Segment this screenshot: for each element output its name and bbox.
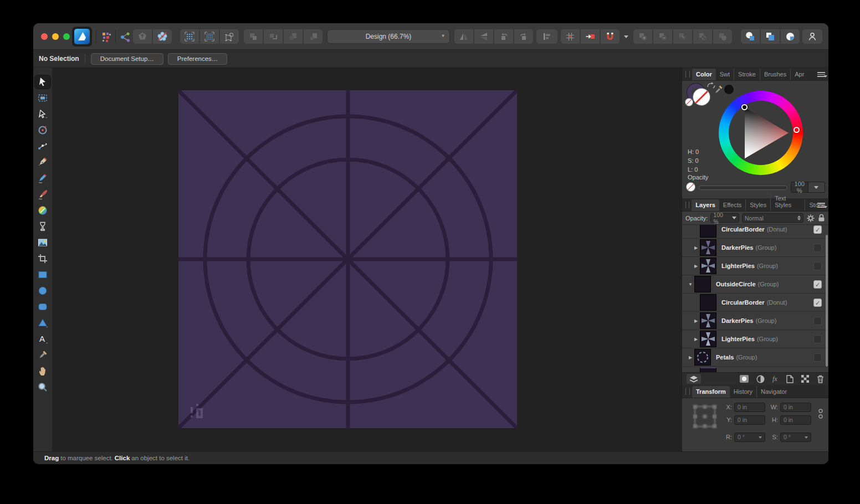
layer-visibility-checkbox[interactable] — [813, 353, 822, 362]
minimize-window-button[interactable] — [52, 33, 59, 40]
snap-grid-button[interactable] — [180, 29, 199, 44]
account-button[interactable] — [802, 29, 822, 44]
shade-selector[interactable] — [741, 104, 748, 110]
ellipse-tool[interactable] — [35, 284, 50, 297]
snapping-magnet-button[interactable] — [601, 29, 620, 44]
tab-appearance[interactable]: Apr — [790, 69, 808, 80]
layer-visibility-checkbox[interactable]: ✓ — [813, 280, 822, 289]
panel-grip[interactable] — [685, 202, 689, 208]
layers-opacity-dropdown[interactable]: 100 % — [710, 213, 739, 223]
tab-text-styles[interactable]: Text Styles — [770, 193, 805, 211]
shear-dropdown[interactable]: 0 ° — [780, 433, 811, 442]
layer-effects-icon[interactable]: fx — [772, 375, 777, 383]
zoom-window-button[interactable] — [63, 33, 70, 40]
color-wheel[interactable] — [719, 91, 803, 175]
canvas-viewport[interactable] — [53, 68, 682, 451]
tab-color[interactable]: Color — [692, 69, 716, 80]
document-setup-button[interactable]: Document Setup… — [91, 53, 163, 65]
none-color-mini-swatch[interactable] — [685, 99, 693, 106]
layer-row[interactable]: CircularBorder (Donut) ✓ — [682, 294, 828, 312]
tab-navigator[interactable]: Navigator — [756, 386, 791, 398]
snap-pixel-grid-button[interactable] — [200, 29, 219, 44]
pen-node-tool[interactable] — [35, 140, 50, 153]
insert-behind-icon[interactable] — [244, 29, 263, 44]
blend-mode-dropdown[interactable]: Normal — [742, 213, 803, 223]
new-pixel-layer-icon[interactable] — [801, 375, 809, 383]
adjustment-layer-icon[interactable] — [756, 375, 765, 383]
color-pixels-icon[interactable] — [99, 30, 114, 44]
w-input[interactable]: 0 in — [780, 403, 811, 412]
expand-arrow[interactable]: ▶ — [692, 337, 700, 342]
tab-swatches[interactable]: Swt — [716, 69, 734, 80]
tab-transform[interactable]: Transform — [692, 386, 730, 398]
pen-tool[interactable] — [35, 156, 50, 169]
color-picker-icon[interactable] — [713, 84, 724, 95]
rotate-cw-button[interactable] — [514, 29, 533, 44]
tab-history[interactable]: History — [730, 386, 756, 398]
pencil-tool[interactable] — [35, 172, 50, 185]
layer-visibility-checkbox[interactable] — [813, 335, 822, 343]
layer-visibility-checkbox[interactable] — [813, 244, 822, 252]
lock-icon[interactable] — [818, 214, 825, 222]
crop-tool[interactable] — [35, 252, 50, 265]
rotation-dropdown[interactable]: 0 ° — [734, 433, 765, 442]
move-tool[interactable] — [35, 75, 50, 89]
view-hand-tool[interactable] — [35, 364, 50, 378]
rectangle-tool[interactable] — [35, 268, 50, 281]
boolean-intersect-button[interactable] — [673, 29, 692, 44]
blend-options-gear-icon[interactable] — [806, 214, 815, 223]
geometry-square-square-button[interactable] — [761, 29, 780, 44]
fill-swatch-none[interactable] — [693, 89, 710, 105]
tab-brushes[interactable]: Brushes — [760, 69, 790, 80]
zoom-tool[interactable] — [35, 380, 50, 394]
symbol-sync-off-button[interactable] — [153, 29, 172, 44]
layers-scrollbar[interactable] — [826, 235, 828, 367]
transform-objects-button[interactable] — [220, 29, 239, 44]
opacity-slider[interactable] — [699, 186, 787, 190]
layer-visibility-checkbox[interactable] — [813, 317, 822, 325]
h-input[interactable]: 0 in — [780, 415, 811, 425]
boolean-subtract-button[interactable] — [653, 29, 672, 44]
layer-row[interactable]: CircularBorder (Donut) ✓ — [682, 225, 828, 239]
y-input[interactable]: 0 in — [734, 415, 765, 425]
layer-row[interactable]: ▶ DarkerPies (Group) — [682, 312, 828, 330]
mask-layer-icon[interactable] — [740, 375, 749, 383]
flip-vertical-button[interactable] — [474, 29, 493, 44]
close-window-button[interactable] — [41, 33, 48, 40]
rounded-rectangle-tool[interactable] — [35, 300, 50, 313]
color-picker-tool[interactable] — [35, 348, 50, 362]
layer-row-partial[interactable] — [682, 367, 828, 372]
color-triangle[interactable] — [729, 101, 793, 165]
boolean-combine-button[interactable] — [713, 29, 732, 44]
preferences-button[interactable]: Preferences… — [168, 53, 228, 65]
insert-inside-icon[interactable] — [284, 29, 303, 44]
text-tool[interactable]: A — [35, 332, 50, 346]
rotate-ccw-button[interactable] — [494, 29, 513, 44]
picked-color-swatch[interactable] — [724, 85, 734, 94]
alignment-button[interactable] — [536, 29, 557, 44]
point-transform-tool[interactable] — [35, 124, 50, 137]
x-input[interactable]: 0 in — [734, 403, 765, 412]
opacity-value-dropdown[interactable]: 100 % — [791, 182, 825, 193]
tab-effects[interactable]: Effects — [719, 199, 745, 211]
vector-brush-tool[interactable] — [35, 188, 50, 201]
artboard-tool[interactable] — [35, 91, 50, 105]
tab-styles[interactable]: Styles — [745, 199, 770, 211]
boolean-add-button[interactable] — [633, 29, 652, 44]
tab-layers[interactable]: Layers — [692, 199, 719, 211]
layer-row[interactable]: ▶ LighterPies (Group) — [682, 257, 828, 275]
move-by-whole-pixels-button[interactable] — [581, 29, 600, 44]
transparency-tool[interactable] — [35, 220, 50, 233]
panel-grip[interactable] — [685, 71, 690, 78]
place-image-tool[interactable] — [35, 236, 50, 249]
layer-row[interactable]: ▶ Petals (Group) — [682, 348, 828, 367]
layer-visibility-checkbox[interactable] — [813, 262, 822, 270]
snapping-dropdown-caret[interactable] — [622, 29, 631, 44]
geometry-circle-wedge-button[interactable] — [781, 29, 800, 44]
expand-arrow[interactable]: ▶ — [692, 264, 700, 269]
expand-arrow[interactable]: ▼ — [687, 282, 694, 287]
boolean-divide-button[interactable] — [693, 29, 712, 44]
insert-front-icon[interactable] — [304, 29, 322, 44]
panel-grip[interactable] — [685, 388, 690, 395]
anchor-point-selector[interactable] — [692, 403, 718, 430]
